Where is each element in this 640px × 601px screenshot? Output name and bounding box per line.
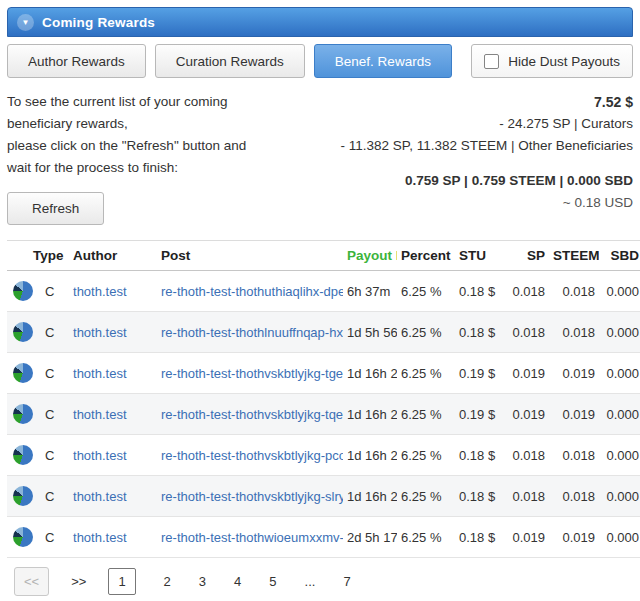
post-type-pie-icon [13,486,33,506]
post-cell: re-thoth-test-thothvskbtlyjkg-slry [157,476,343,517]
post-link[interactable]: re-thoth-test-thothvskbtlyjkg-tge [161,366,343,381]
steem-cell: 0.018 [549,476,599,517]
post-type-pie-icon [13,363,33,383]
pagination-page-2[interactable]: 2 [164,574,171,589]
type-icon-cell [7,435,41,476]
table-row: Cthoth.testre-thoth-test-thothvskbtlyjkg… [7,476,640,517]
payout-in-cell: 2d 5h 17 [343,517,397,558]
author-cell: thoth.test [69,353,157,394]
type-cell: C [41,394,69,435]
post-cell: re-thoth-test-thothlnuuffnqap-hx [157,312,343,353]
sbd-cell: 0.000 [599,435,640,476]
refresh-button[interactable]: Refresh [7,192,104,225]
total-usd-value: 7.52 $ [341,91,633,113]
table-row: Cthoth.testre-thoth-test-thothuthiaqlihx… [7,271,640,312]
header-sp: SP [505,241,549,271]
table-row: Cthoth.testre-thoth-test-thothlnuuffnqap… [7,312,640,353]
pagination-page-1[interactable]: 1 [108,568,135,595]
post-type-pie-icon [13,445,33,465]
percent-cell: 6.25 % [397,394,455,435]
author-cell: thoth.test [69,435,157,476]
payout-in-cell: 1d 5h 56 [343,312,397,353]
header-payout-in[interactable]: Payout In [343,241,397,271]
type-cell: C [41,312,69,353]
info-line-2: beneficiary rewards, [7,113,246,135]
pagination-page-4[interactable]: 4 [234,574,241,589]
type-icon-cell [7,394,41,435]
header-sbd: SBD [599,241,640,271]
info-text: To see the current list of your coming b… [7,91,246,225]
tab-author-rewards[interactable]: Author Rewards [7,44,146,78]
panel-titlebar: ▼ Coming Rewards [7,7,633,37]
author-link[interactable]: thoth.test [73,448,126,463]
hide-dust-payouts-control[interactable]: Hide Dust Payouts [471,44,633,78]
payout-in-cell: 1d 16h 2 [343,435,397,476]
info-section: To see the current list of your coming b… [7,91,633,225]
sbd-cell: 0.000 [599,271,640,312]
type-cell: C [41,271,69,312]
table-row: Cthoth.testre-thoth-test-thothvskbtlyjkg… [7,394,640,435]
sp-cell: 0.018 [505,312,549,353]
rewards-summary: 7.52 $ - 24.275 SP | Curators - 11.382 S… [341,91,633,225]
header-author: Author [69,241,157,271]
author-link[interactable]: thoth.test [73,407,126,422]
percent-cell: 6.25 % [397,435,455,476]
curators-line: - 24.275 SP | Curators [341,113,633,135]
author-cell: thoth.test [69,394,157,435]
payout-in-cell: 1d 16h 2 [343,476,397,517]
tab-curation-rewards[interactable]: Curation Rewards [155,44,305,78]
author-link[interactable]: thoth.test [73,284,126,299]
header-post: Post [157,241,343,271]
table-row: Cthoth.testre-thoth-test-thothvskbtlyjkg… [7,435,640,476]
type-icon-cell [7,353,41,394]
author-link[interactable]: thoth.test [73,489,126,504]
percent-cell: 6.25 % [397,271,455,312]
payout-in-cell: 1d 16h 2 [343,394,397,435]
hide-dust-checkbox[interactable] [484,54,499,69]
post-link[interactable]: re-thoth-test-thothvskbtlyjkg-slry [161,489,343,504]
type-icon-cell [7,476,41,517]
author-cell: thoth.test [69,517,157,558]
stu-cell: 0.18 $ [455,517,505,558]
header-steem: STEEM [549,241,599,271]
author-link[interactable]: thoth.test [73,366,126,381]
sp-cell: 0.019 [505,353,549,394]
pagination-page-3[interactable]: 3 [199,574,206,589]
pagination-first-button[interactable]: << [14,567,49,596]
author-link[interactable]: thoth.test [73,530,126,545]
tabs-row: Author Rewards Curation Rewards Benef. R… [7,44,633,78]
post-link[interactable]: re-thoth-test-thothlnuuffnqap-hx [161,325,343,340]
pagination: <<>>12345...7 [7,567,633,596]
post-link[interactable]: re-thoth-test-thothwioeumxxmv- [161,530,343,545]
tab-benef-rewards[interactable]: Benef. Rewards [314,44,452,78]
header-percent: Percent [397,241,455,271]
percent-cell: 6.25 % [397,353,455,394]
steem-cell: 0.019 [549,394,599,435]
payout-in-cell: 1d 16h 2 [343,353,397,394]
percent-cell: 6.25 % [397,476,455,517]
post-cell: re-thoth-test-thothvskbtlyjkg-pco [157,435,343,476]
sbd-cell: 0.000 [599,312,640,353]
post-link[interactable]: re-thoth-test-thothvskbtlyjkg-tqe [161,407,343,422]
collapse-toggle-icon[interactable]: ▼ [17,14,34,31]
pagination-next-button[interactable]: >> [71,574,86,589]
approx-usd-line: ~ 0.18 USD [341,192,633,214]
pagination-page-5[interactable]: 5 [269,574,276,589]
author-cell: thoth.test [69,312,157,353]
author-link[interactable]: thoth.test [73,325,126,340]
post-link[interactable]: re-thoth-test-thothuthiaqlihx-dpe [161,284,343,299]
table-row: Cthoth.testre-thoth-test-thothwioeumxxmv… [7,517,640,558]
coming-rewards-panel: ▼ Coming Rewards Author Rewards Curation… [7,7,633,596]
percent-cell: 6.25 % [397,517,455,558]
totals-line: 0.759 SP | 0.759 STEEM | 0.000 SBD [341,170,633,192]
author-cell: thoth.test [69,476,157,517]
post-link[interactable]: re-thoth-test-thothvskbtlyjkg-pco [161,448,343,463]
sbd-cell: 0.000 [599,353,640,394]
post-cell: re-thoth-test-thothwioeumxxmv- [157,517,343,558]
steem-cell: 0.018 [549,271,599,312]
type-cell: C [41,353,69,394]
type-cell: C [41,517,69,558]
sbd-cell: 0.000 [599,476,640,517]
header-type: Type [7,241,69,271]
pagination-page-7[interactable]: 7 [343,574,350,589]
